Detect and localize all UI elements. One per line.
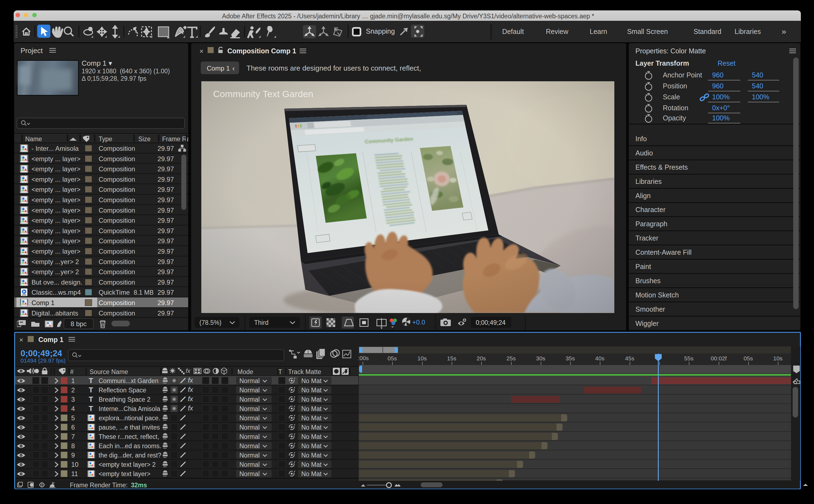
svg-text:fx: fx xyxy=(186,367,190,374)
svg-text:Community Text Garden: Community Text Garden xyxy=(213,89,313,99)
